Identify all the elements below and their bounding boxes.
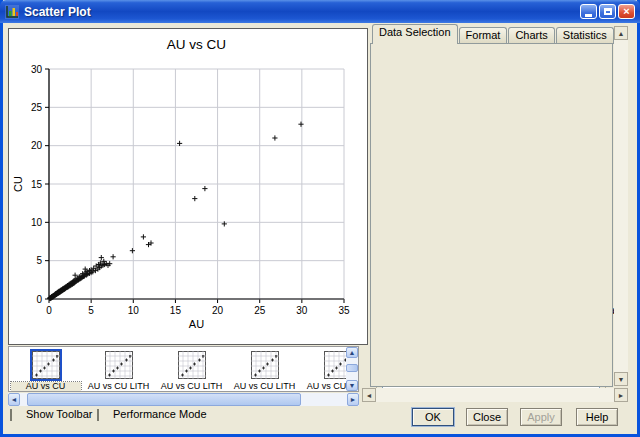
svg-text:AU: AU [189, 318, 204, 330]
scroll-down-icon[interactable]: ▼ [346, 380, 358, 391]
svg-text:30: 30 [31, 64, 43, 75]
help-button[interactable]: Help [576, 408, 618, 426]
performance-mode-checkbox[interactable] [97, 408, 99, 420]
thumbnail-horizontal-scrollbar[interactable]: ◄ ► [8, 393, 359, 406]
svg-text:10: 10 [128, 305, 140, 316]
svg-text:15: 15 [170, 305, 182, 316]
minimize-button[interactable] [580, 4, 597, 19]
svg-text:5: 5 [36, 255, 42, 266]
thumbnail-label: AU vs CU LITH Basalt [84, 382, 154, 391]
chart-thumbnail-au-vs-cu-lith-basalt[interactable]: AU vs CU LITH Basalt [82, 347, 155, 391]
close-button[interactable]: × [618, 4, 635, 19]
svg-text:AU vs CU: AU vs CU [167, 37, 226, 52]
chart-thumbnail-au-vs-cu-lith-breccia[interactable]: AU vs CU LITH Breccia [155, 347, 228, 391]
svg-text:25: 25 [31, 102, 43, 113]
scrollbar-thumb[interactable] [346, 364, 358, 371]
minimize-icon [585, 14, 592, 17]
svg-text:CU: CU [12, 176, 24, 192]
performance-mode-label: Performance Mode [113, 408, 207, 420]
close-button[interactable]: Close [466, 408, 508, 426]
tab-panel [370, 43, 613, 387]
svg-text:5: 5 [88, 305, 94, 316]
thumbnail-chart-icon [103, 349, 135, 381]
panel-horizontal-scrollbar[interactable]: ◄ ► [362, 388, 628, 402]
scrollbar-track[interactable] [346, 358, 358, 380]
thumbnail-label: AU vs CU LITH Breccia [157, 382, 227, 391]
tab-data-selection[interactable]: Data Selection [372, 24, 458, 44]
svg-text:20: 20 [212, 305, 224, 316]
show-toolbar-checkbox[interactable] [10, 408, 12, 420]
scroll-down-icon[interactable]: ▼ [614, 372, 628, 386]
maximize-button[interactable] [599, 4, 616, 19]
tab-statistics[interactable]: Statistics [556, 27, 614, 44]
titlebar[interactable]: Scatter Plot × [0, 0, 640, 23]
scroll-right-icon[interactable]: ► [347, 393, 359, 406]
scroll-up-icon[interactable]: ▲ [614, 26, 628, 40]
scrollbar-thumb[interactable] [27, 393, 302, 406]
thumbnail-label: AU vs CU LITH Sandstone [230, 382, 300, 391]
thumbnail-strip: AU vs CUAU vs CU LITH BasaltAU vs CU LIT… [8, 346, 359, 392]
svg-text:20: 20 [31, 140, 43, 151]
ok-button[interactable]: OK [412, 408, 454, 426]
thumbnail-vertical-scrollbar[interactable]: ▲ ▼ [346, 347, 358, 391]
chart-thumbnail-au-vs-cu[interactable]: AU vs CU [9, 347, 82, 391]
svg-text:0: 0 [46, 305, 52, 316]
thumbnail-chart-icon [249, 349, 281, 381]
scrollbar-track[interactable] [20, 393, 347, 406]
svg-text:35: 35 [338, 305, 350, 316]
tab-bar: Data SelectionFormatChartsStatistics [372, 25, 615, 44]
scatter-chart: AU vs CU05101520253035051015202530AUCU [9, 29, 365, 342]
panel-vertical-scrollbar[interactable]: ▲ ▼ [614, 26, 628, 386]
thumbnail-label: AU vs CU [11, 382, 81, 391]
svg-text:25: 25 [254, 305, 266, 316]
scroll-left-icon[interactable]: ◄ [8, 393, 20, 406]
checkbox-icon [10, 409, 12, 421]
checkbox-icon [97, 409, 99, 421]
show-toolbar-label: Show Toolbar [26, 408, 92, 420]
svg-text:10: 10 [31, 217, 43, 228]
chart-thumbnail-au-vs-cu-lith-silt[interactable]: AU vs CU LITH Silt [301, 347, 346, 391]
tab-charts[interactable]: Charts [508, 27, 554, 44]
close-icon: × [623, 6, 629, 17]
thumbnail-chart-icon [30, 349, 62, 381]
thumbnail-chart-icon [176, 349, 208, 381]
scroll-left-icon[interactable]: ◄ [362, 388, 376, 402]
chart-panel: AU vs CU05101520253035051015202530AUCU [8, 28, 368, 345]
window-title: Scatter Plot [24, 5, 578, 19]
scroll-right-icon[interactable]: ► [614, 388, 628, 402]
svg-text:30: 30 [296, 305, 308, 316]
apply-button[interactable]: Apply [520, 408, 562, 426]
svg-text:15: 15 [31, 179, 43, 190]
svg-text:0: 0 [36, 294, 42, 305]
maximize-icon [604, 8, 612, 15]
scatter-plot-window: Scatter Plot × AU vs CU05101520253035051… [0, 0, 640, 437]
scroll-up-icon[interactable]: ▲ [346, 347, 358, 358]
chart-thumbnail-au-vs-cu-lith-sandstone[interactable]: AU vs CU LITH Sandstone [228, 347, 301, 391]
thumbnail-label: AU vs CU LITH Silt [303, 382, 347, 391]
tab-format[interactable]: Format [459, 27, 508, 44]
app-icon [5, 5, 19, 19]
thumbnail-chart-icon [322, 349, 347, 381]
